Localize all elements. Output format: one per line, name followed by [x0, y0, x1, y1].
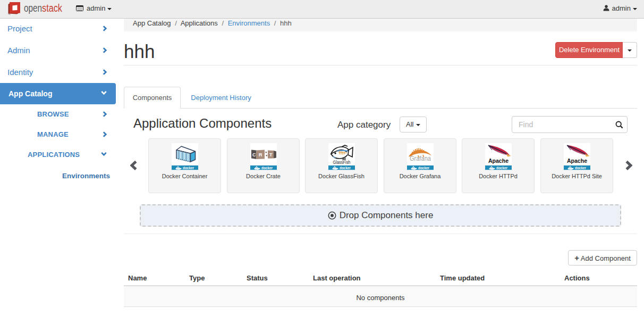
svg-text:Grafana: Grafana — [410, 154, 431, 162]
svg-text:open: open — [24, 2, 42, 14]
svg-text:C: C — [252, 152, 256, 158]
svg-text:GlassFish: GlassFish — [333, 159, 350, 165]
svg-text:T: T — [269, 152, 273, 158]
svg-text:stack: stack — [42, 2, 63, 14]
svg-text:Apache: Apache — [567, 158, 587, 164]
svg-text:Apache: Apache — [488, 158, 509, 164]
svg-text:R: R — [259, 152, 262, 158]
